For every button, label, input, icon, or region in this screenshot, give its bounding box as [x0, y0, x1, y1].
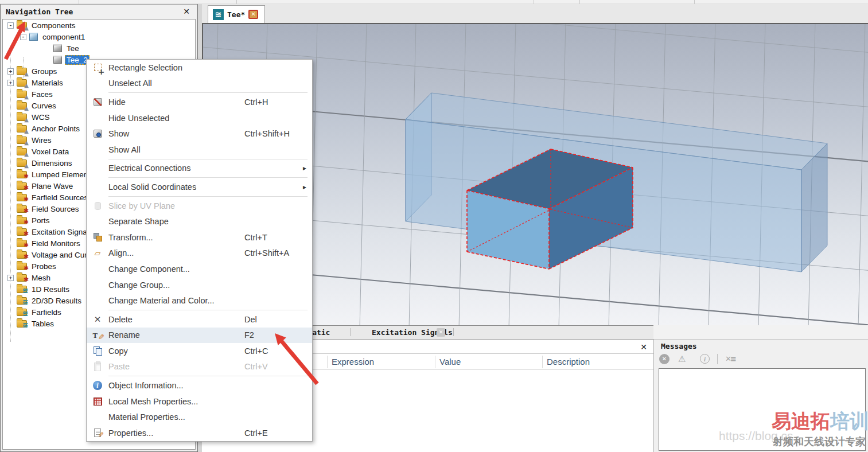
tree-item-component1[interactable]: -component1 [3, 31, 195, 42]
folder-gear-icon [17, 263, 27, 270]
tree-item-label: Curves [30, 101, 58, 111]
tab-separator [350, 328, 351, 336]
expand-icon[interactable]: + [7, 275, 14, 281]
expand-icon[interactable]: + [7, 80, 14, 86]
top-edge-strip [0, 0, 868, 4]
tree-item-label: 2D/3D Results [30, 296, 83, 306]
tree-item-label: Plane Wave [30, 181, 75, 191]
menu-item-show-all[interactable]: Show All [87, 142, 312, 158]
transform-icon [87, 233, 108, 241]
column-separator [542, 356, 543, 368]
tab-tee[interactable]: Tee* [208, 5, 265, 23]
collapse-icon[interactable]: - [20, 34, 26, 40]
info-filter-icon[interactable] [700, 354, 710, 364]
menu-item-change-component[interactable]: Change Component... [87, 261, 312, 277]
folder-gear-icon [17, 217, 27, 224]
menu-item-show[interactable]: ShowCtrl+Shift+H [87, 126, 312, 142]
menu-item-object-information[interactable]: Object Information... [87, 377, 312, 393]
tree-item-label: Faces [30, 89, 55, 99]
tree-item-label: Ports [30, 216, 52, 225]
close-icon[interactable] [181, 6, 192, 17]
slice-icon [87, 202, 108, 210]
menu-item-rectangle-selection[interactable]: Rectangle Selection [87, 60, 312, 76]
menu-item-shortcut: Del [244, 315, 306, 324]
show-glyph [94, 130, 102, 138]
document-tab-bar: Tee* [202, 4, 868, 23]
menu-item-label: Delete [108, 315, 133, 324]
waves-icon [213, 9, 224, 20]
tree-item-label: Tables [30, 319, 56, 329]
expand-icon[interactable]: + [7, 68, 14, 75]
menu-item-label: Paste [108, 362, 130, 371]
folder-cone-icon [17, 68, 27, 75]
menu-item-shortcut: Ctrl+H [244, 98, 306, 107]
menu-item-label: Hide [108, 98, 126, 107]
menu-item-label: Local Solid Coordinates [108, 182, 196, 192]
menu-item-label: Rename [108, 330, 140, 340]
menu-item-unselect-all[interactable]: Unselect All [87, 76, 312, 92]
close-icon[interactable] [639, 342, 649, 352]
menu-item-electrical-connections[interactable]: Electrical Connections▸ [87, 161, 312, 177]
rect-select-glyph [94, 64, 102, 71]
menu-item-label: Show [108, 129, 129, 138]
tab-close-icon[interactable] [437, 328, 445, 337]
menu-item-label: Hide Unselected [108, 114, 169, 123]
menu-item-properties[interactable]: Properties...Ctrl+E [87, 425, 312, 441]
menu-separator [108, 177, 308, 178]
rect-select-icon [87, 64, 108, 71]
column-header-value[interactable]: Value [439, 357, 461, 367]
toolbar-tick [79, 0, 79, 4]
menu-item-align[interactable]: Align...Ctrl+Shift+A [87, 246, 312, 262]
align-glyph [95, 248, 101, 258]
tab-close-icon[interactable] [248, 10, 258, 19]
rename-icon [87, 331, 108, 340]
tree-item-label: Farfields [30, 307, 63, 317]
context-menu: Rectangle SelectionUnselect AllHideCtrl+… [86, 59, 313, 442]
toolbar-tick [694, 0, 695, 4]
submenu-arrow-icon: ▸ [303, 183, 306, 191]
menu-item-change-material-and-color[interactable]: Change Material and Color... [87, 293, 312, 309]
tree-item-label: Field Monitors [30, 239, 82, 248]
menu-item-transform[interactable]: Transform...Ctrl+T [87, 229, 312, 246]
tree-item-components[interactable]: -Components [3, 20, 195, 31]
copy-glyph [93, 346, 102, 355]
menu-separator [108, 159, 308, 159]
menu-item-label: Align... [108, 248, 134, 258]
menu-item-label: Change Group... [108, 280, 170, 290]
menu-item-shortcut: F2 [244, 330, 306, 340]
menu-item-hide[interactable]: HideCtrl+H [87, 94, 312, 110]
menu-item-copy[interactable]: CopyCtrl+C [87, 343, 312, 359]
show-icon [87, 130, 108, 138]
column-header-description[interactable]: Description [547, 357, 590, 367]
menu-item-label: Properties... [108, 428, 153, 438]
tab-label: Tee* [227, 10, 245, 19]
menu-item-separate-shape[interactable]: Separate Shape [87, 213, 312, 229]
menu-item-label: Object Information... [108, 381, 184, 390]
menu-item-label: Material Properties... [108, 412, 185, 422]
error-filter-icon[interactable] [659, 354, 670, 364]
folder-cone-icon [17, 125, 27, 133]
clear-list-icon[interactable] [725, 354, 735, 364]
menu-item-delete[interactable]: DeleteDel [87, 311, 312, 328]
tree-item-tee[interactable]: Tee [3, 42, 195, 54]
transform-glyph [94, 233, 102, 241]
tree-item-label: Wires [30, 135, 53, 145]
menu-item-hide-unselected[interactable]: Hide Unselected [87, 110, 312, 126]
column-header-expression[interactable]: Expression [332, 357, 374, 367]
hide-glyph [94, 98, 102, 106]
toolbar-tick [236, 0, 237, 4]
folder-cone-icon [17, 114, 27, 121]
folder-gear-icon [17, 194, 27, 201]
warning-filter-icon[interactable] [678, 354, 686, 364]
menu-item-material-properties[interactable]: Material Properties... [87, 409, 312, 425]
menu-item-rename[interactable]: RenameF2 [87, 328, 312, 344]
menu-item-local-solid-coordinates[interactable]: Local Solid Coordinates▸ [87, 179, 312, 195]
tree-item-label: WCS [30, 112, 52, 122]
menu-item-change-group[interactable]: Change Group... [87, 277, 312, 293]
folder-gear-icon [17, 171, 27, 178]
menu-item-label: Show All [108, 145, 141, 154]
menu-item-local-mesh-properties[interactable]: Local Mesh Properties... [87, 393, 312, 410]
collapse-icon[interactable]: - [7, 22, 14, 29]
menu-separator [108, 376, 308, 376]
folder-waves-icon [17, 286, 27, 293]
